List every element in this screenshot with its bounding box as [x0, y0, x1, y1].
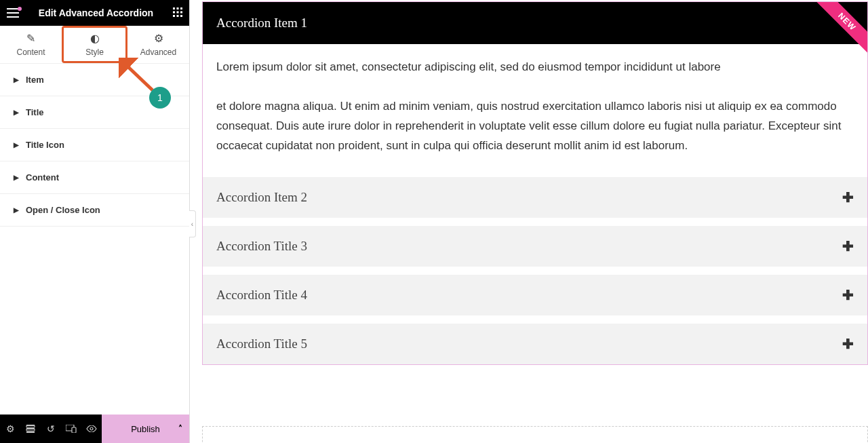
- navigator-icon[interactable]: [20, 415, 41, 443]
- svg-point-11: [90, 427, 93, 430]
- responsive-icon[interactable]: [61, 415, 81, 443]
- new-ribbon: NEW: [813, 2, 867, 56]
- section-content[interactable]: ▶Content: [0, 161, 189, 194]
- section-item[interactable]: ▶Item: [0, 64, 189, 96]
- pencil-icon: ✎: [26, 32, 35, 45]
- history-icon[interactable]: ↺: [41, 415, 61, 443]
- svg-rect-2: [180, 7, 182, 9]
- svg-rect-4: [176, 11, 178, 13]
- svg-rect-3: [173, 11, 175, 13]
- svg-rect-0: [173, 7, 175, 9]
- plus-icon[interactable]: ✚: [842, 336, 854, 352]
- sidebar-footer: ⚙ ↺ Publish ˄: [0, 415, 189, 443]
- publish-label: Publish: [131, 424, 160, 434]
- accordion-paragraph: et dolore magna aliqua. Ut enim ad minim…: [216, 97, 854, 156]
- contrast-icon: ◐: [90, 32, 100, 45]
- svg-rect-1: [176, 7, 178, 9]
- chevron-up-icon[interactable]: ˄: [178, 424, 182, 434]
- accordion-title: Accordion Title 4: [216, 288, 307, 303]
- section-label: Title Icon: [26, 140, 64, 150]
- section-label: Item: [26, 75, 44, 85]
- notification-dot: [18, 7, 22, 11]
- accordion-item-header[interactable]: Accordion Title 4 ✚: [203, 275, 867, 315]
- accordion-item-header[interactable]: Accordion Title 5 ✚: [203, 324, 867, 364]
- preview-icon[interactable]: [81, 415, 102, 443]
- svg-rect-7: [176, 15, 178, 17]
- hamburger-icon[interactable]: [7, 8, 19, 18]
- svg-rect-8: [180, 15, 182, 17]
- caret-right-icon: ▶: [14, 109, 19, 116]
- add-section-dropzone[interactable]: + ✦ ☻: [202, 426, 868, 443]
- svg-rect-10: [72, 427, 76, 433]
- gear-icon: ⚙: [154, 32, 163, 45]
- tab-advanced[interactable]: ⚙ Advanced: [127, 26, 189, 63]
- publish-button[interactable]: Publish ˄: [102, 415, 189, 443]
- section-label: Content: [26, 172, 59, 182]
- collapse-sidebar-handle[interactable]: ‹: [189, 210, 196, 237]
- tab-label: Advanced: [140, 47, 176, 57]
- accordion-item-content: Lorem ipsum dolor sit amet, consectetur …: [203, 44, 867, 169]
- panel-title: Edit Advanced Accordion: [39, 7, 153, 18]
- accordion-item-header[interactable]: Accordion Title 3 ✚: [203, 226, 867, 267]
- accordion-title: Accordion Item 1: [216, 16, 307, 31]
- caret-right-icon: ▶: [14, 76, 19, 83]
- accordion-item-header[interactable]: Accordion Item 2 ✚: [203, 177, 867, 218]
- accordion-paragraph: Lorem ipsum dolor sit amet, consectetur …: [216, 58, 854, 77]
- footer-tools: ⚙ ↺: [0, 415, 102, 443]
- section-open-close-icon[interactable]: ▶Open / Close Icon: [0, 194, 189, 227]
- section-title-icon[interactable]: ▶Title Icon: [0, 129, 189, 161]
- tab-content[interactable]: ✎ Content: [0, 26, 62, 63]
- accordion-item-header[interactable]: Accordion Item 1 −: [203, 2, 867, 44]
- accordion-title: Accordion Item 2: [216, 190, 307, 205]
- section-label: Open / Close Icon: [26, 205, 100, 215]
- plus-icon[interactable]: ✚: [842, 189, 854, 206]
- apps-icon[interactable]: [173, 7, 182, 19]
- tab-label: Content: [16, 47, 45, 57]
- section-label: Title: [26, 107, 44, 117]
- plus-icon[interactable]: ✚: [842, 238, 854, 254]
- caret-right-icon: ▶: [14, 206, 19, 214]
- caret-right-icon: ▶: [14, 141, 19, 149]
- accordion-title: Accordion Title 5: [216, 336, 307, 351]
- tab-label: Style: [85, 47, 104, 57]
- editor-tabs: ✎ Content ◐ Style ⚙ Advanced: [0, 26, 189, 64]
- caret-right-icon: ▶: [14, 174, 19, 181]
- settings-icon[interactable]: ⚙: [0, 415, 20, 443]
- accordion-title: Accordion Title 3: [216, 239, 307, 254]
- sidebar-header: Edit Advanced Accordion: [0, 0, 189, 26]
- tab-style[interactable]: ◐ Style: [62, 26, 127, 63]
- svg-rect-6: [173, 15, 175, 17]
- section-title[interactable]: ▶Title: [0, 96, 189, 129]
- editor-sidebar: Edit Advanced Accordion ✎ Content ◐ Styl…: [0, 0, 190, 443]
- accordion-widget[interactable]: NEW Accordion Item 1 − Lorem ipsum dolor…: [202, 1, 868, 365]
- plus-icon[interactable]: ✚: [842, 287, 854, 303]
- svg-rect-5: [180, 11, 182, 13]
- style-sections: ▶Item ▶Title ▶Title Icon ▶Content ▶Open …: [0, 64, 189, 415]
- preview-canvas: NEW Accordion Item 1 − Lorem ipsum dolor…: [190, 0, 868, 443]
